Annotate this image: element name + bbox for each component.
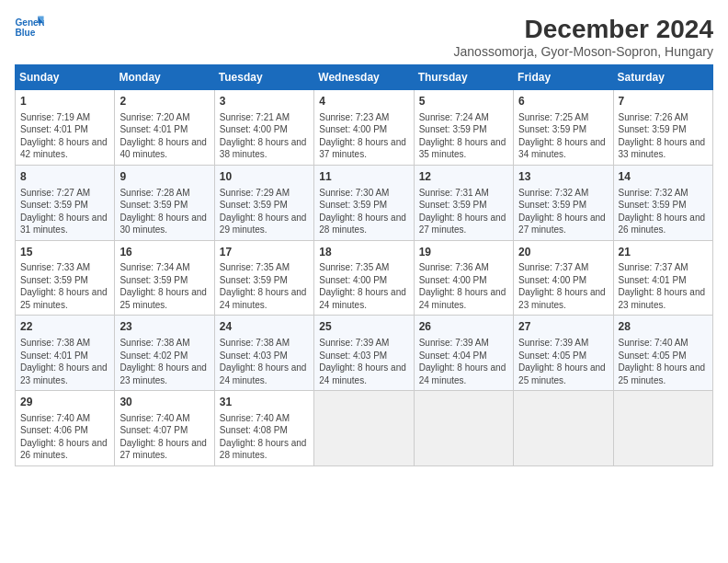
- day-number: 20: [518, 245, 608, 260]
- day-cell: 2Sunrise: 7:20 AM Sunset: 4:01 PM Daylig…: [115, 90, 214, 166]
- day-cell: 14Sunrise: 7:32 AM Sunset: 3:59 PM Dayli…: [613, 165, 712, 240]
- day-info: Sunrise: 7:40 AM Sunset: 4:06 PM Dayligh…: [20, 412, 109, 462]
- day-cell: 15Sunrise: 7:33 AM Sunset: 3:59 PM Dayli…: [16, 240, 115, 316]
- day-info: Sunrise: 7:29 AM Sunset: 3:59 PM Dayligh…: [220, 187, 309, 236]
- day-info: Sunrise: 7:31 AM Sunset: 3:59 PM Dayligh…: [419, 187, 508, 236]
- day-number: 31: [220, 395, 309, 410]
- day-info: Sunrise: 7:37 AM Sunset: 4:00 PM Dayligh…: [518, 261, 608, 311]
- day-cell: 11Sunrise: 7:30 AM Sunset: 3:59 PM Dayli…: [314, 165, 414, 240]
- weekday-header-sunday: Sunday: [16, 65, 115, 90]
- day-cell: 7Sunrise: 7:26 AM Sunset: 3:59 PM Daylig…: [613, 90, 712, 166]
- day-cell: [314, 391, 414, 466]
- day-cell: 1Sunrise: 7:19 AM Sunset: 4:01 PM Daylig…: [16, 90, 115, 166]
- day-info: Sunrise: 7:39 AM Sunset: 4:05 PM Dayligh…: [518, 337, 608, 386]
- header: General Blue December 2024 Janossomorja,…: [15, 15, 713, 59]
- month-title: December 2024: [454, 15, 713, 44]
- day-info: Sunrise: 7:39 AM Sunset: 4:03 PM Dayligh…: [319, 337, 408, 386]
- day-number: 3: [220, 94, 309, 109]
- weekday-header-saturday: Saturday: [613, 65, 712, 90]
- day-info: Sunrise: 7:39 AM Sunset: 4:04 PM Dayligh…: [419, 337, 508, 386]
- svg-text:Blue: Blue: [15, 28, 35, 38]
- day-number: 14: [619, 169, 708, 185]
- day-info: Sunrise: 7:38 AM Sunset: 4:01 PM Dayligh…: [20, 337, 109, 386]
- day-cell: 26Sunrise: 7:39 AM Sunset: 4:04 PM Dayli…: [414, 316, 513, 391]
- day-info: Sunrise: 7:28 AM Sunset: 3:59 PM Dayligh…: [119, 187, 209, 236]
- day-cell: 19Sunrise: 7:36 AM Sunset: 4:00 PM Dayli…: [414, 240, 513, 316]
- weekday-header-tuesday: Tuesday: [214, 65, 313, 90]
- day-info: Sunrise: 7:19 AM Sunset: 4:01 PM Dayligh…: [20, 111, 109, 161]
- location-subtitle: Janossomorja, Gyor-Moson-Sopron, Hungary: [454, 44, 713, 59]
- day-cell: 4Sunrise: 7:23 AM Sunset: 4:00 PM Daylig…: [314, 90, 414, 166]
- day-cell: 6Sunrise: 7:25 AM Sunset: 3:59 PM Daylig…: [514, 90, 613, 166]
- week-row-1: 1Sunrise: 7:19 AM Sunset: 4:01 PM Daylig…: [16, 90, 713, 166]
- day-number: 26: [419, 319, 508, 335]
- day-number: 13: [518, 169, 608, 185]
- day-cell: 20Sunrise: 7:37 AM Sunset: 4:00 PM Dayli…: [514, 240, 613, 316]
- day-info: Sunrise: 7:37 AM Sunset: 4:01 PM Dayligh…: [619, 261, 708, 311]
- day-number: 2: [119, 94, 209, 109]
- week-row-5: 29Sunrise: 7:40 AM Sunset: 4:06 PM Dayli…: [16, 391, 713, 466]
- day-cell: 21Sunrise: 7:37 AM Sunset: 4:01 PM Dayli…: [613, 240, 712, 316]
- week-row-3: 15Sunrise: 7:33 AM Sunset: 3:59 PM Dayli…: [16, 240, 713, 316]
- day-cell: 27Sunrise: 7:39 AM Sunset: 4:05 PM Dayli…: [514, 316, 613, 391]
- day-number: 7: [619, 94, 708, 109]
- day-info: Sunrise: 7:25 AM Sunset: 3:59 PM Dayligh…: [518, 111, 608, 161]
- logo: General Blue: [15, 15, 44, 40]
- day-info: Sunrise: 7:35 AM Sunset: 4:00 PM Dayligh…: [319, 261, 408, 311]
- day-cell: 23Sunrise: 7:38 AM Sunset: 4:02 PM Dayli…: [115, 316, 214, 391]
- day-number: 22: [20, 319, 109, 335]
- day-cell: 30Sunrise: 7:40 AM Sunset: 4:07 PM Dayli…: [115, 391, 214, 466]
- day-number: 12: [419, 169, 508, 185]
- day-info: Sunrise: 7:40 AM Sunset: 4:05 PM Dayligh…: [619, 337, 708, 386]
- day-info: Sunrise: 7:20 AM Sunset: 4:01 PM Dayligh…: [119, 111, 209, 161]
- day-info: Sunrise: 7:32 AM Sunset: 3:59 PM Dayligh…: [518, 187, 608, 236]
- weekday-header-monday: Monday: [115, 65, 214, 90]
- day-cell: 13Sunrise: 7:32 AM Sunset: 3:59 PM Dayli…: [514, 165, 613, 240]
- day-cell: [514, 391, 613, 466]
- weekday-header-thursday: Thursday: [414, 65, 513, 90]
- week-row-4: 22Sunrise: 7:38 AM Sunset: 4:01 PM Dayli…: [16, 316, 713, 391]
- day-info: Sunrise: 7:26 AM Sunset: 3:59 PM Dayligh…: [619, 111, 708, 161]
- day-number: 5: [419, 94, 508, 109]
- day-info: Sunrise: 7:38 AM Sunset: 4:03 PM Dayligh…: [220, 337, 309, 386]
- day-info: Sunrise: 7:24 AM Sunset: 3:59 PM Dayligh…: [419, 111, 508, 161]
- day-cell: 24Sunrise: 7:38 AM Sunset: 4:03 PM Dayli…: [214, 316, 313, 391]
- day-number: 30: [119, 395, 209, 410]
- day-cell: 22Sunrise: 7:38 AM Sunset: 4:01 PM Dayli…: [16, 316, 115, 391]
- day-info: Sunrise: 7:40 AM Sunset: 4:08 PM Dayligh…: [220, 412, 309, 462]
- day-number: 18: [319, 245, 408, 260]
- day-cell: 10Sunrise: 7:29 AM Sunset: 3:59 PM Dayli…: [214, 165, 313, 240]
- day-number: 19: [419, 245, 508, 260]
- day-info: Sunrise: 7:35 AM Sunset: 3:59 PM Dayligh…: [220, 261, 309, 311]
- day-number: 1: [20, 94, 109, 109]
- day-number: 24: [220, 319, 309, 335]
- day-cell: 31Sunrise: 7:40 AM Sunset: 4:08 PM Dayli…: [214, 391, 313, 466]
- weekday-header-row: SundayMondayTuesdayWednesdayThursdayFrid…: [16, 65, 713, 90]
- day-info: Sunrise: 7:27 AM Sunset: 3:59 PM Dayligh…: [20, 187, 109, 236]
- day-cell: 29Sunrise: 7:40 AM Sunset: 4:06 PM Dayli…: [16, 391, 115, 466]
- day-info: Sunrise: 7:38 AM Sunset: 4:02 PM Dayligh…: [119, 337, 209, 386]
- day-info: Sunrise: 7:32 AM Sunset: 3:59 PM Dayligh…: [619, 187, 708, 236]
- day-number: 4: [319, 94, 408, 109]
- day-number: 8: [20, 169, 109, 185]
- day-cell: 16Sunrise: 7:34 AM Sunset: 3:59 PM Dayli…: [115, 240, 214, 316]
- day-cell: [613, 391, 712, 466]
- logo-icon: General Blue: [15, 15, 44, 40]
- day-info: Sunrise: 7:21 AM Sunset: 4:00 PM Dayligh…: [220, 111, 309, 161]
- day-cell: 5Sunrise: 7:24 AM Sunset: 3:59 PM Daylig…: [414, 90, 513, 166]
- day-cell: [414, 391, 513, 466]
- week-row-2: 8Sunrise: 7:27 AM Sunset: 3:59 PM Daylig…: [16, 165, 713, 240]
- day-cell: 25Sunrise: 7:39 AM Sunset: 4:03 PM Dayli…: [314, 316, 414, 391]
- day-info: Sunrise: 7:33 AM Sunset: 3:59 PM Dayligh…: [20, 261, 109, 311]
- day-info: Sunrise: 7:34 AM Sunset: 3:59 PM Dayligh…: [119, 261, 209, 311]
- day-number: 21: [619, 245, 708, 260]
- day-cell: 18Sunrise: 7:35 AM Sunset: 4:00 PM Dayli…: [314, 240, 414, 316]
- day-cell: 28Sunrise: 7:40 AM Sunset: 4:05 PM Dayli…: [613, 316, 712, 391]
- day-number: 6: [518, 94, 608, 109]
- day-cell: 8Sunrise: 7:27 AM Sunset: 3:59 PM Daylig…: [16, 165, 115, 240]
- weekday-header-wednesday: Wednesday: [314, 65, 414, 90]
- day-number: 28: [619, 319, 708, 335]
- day-info: Sunrise: 7:40 AM Sunset: 4:07 PM Dayligh…: [119, 412, 209, 462]
- day-number: 11: [319, 169, 408, 185]
- day-cell: 3Sunrise: 7:21 AM Sunset: 4:00 PM Daylig…: [214, 90, 313, 166]
